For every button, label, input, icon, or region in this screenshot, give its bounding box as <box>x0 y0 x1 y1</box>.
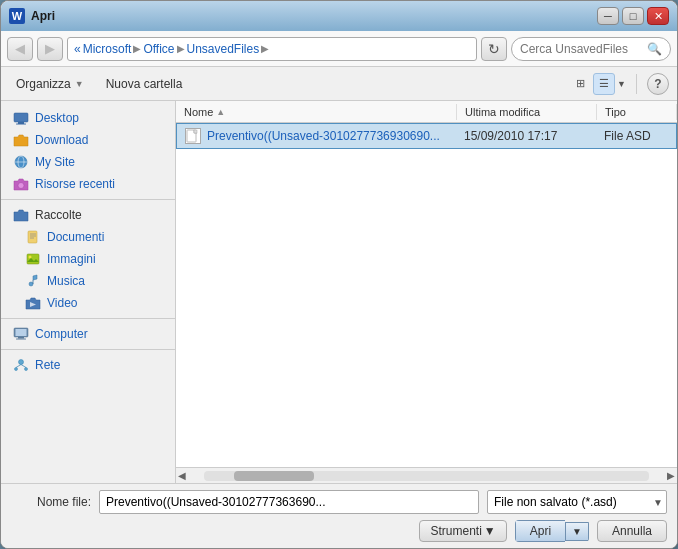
desktop-icon <box>13 110 29 126</box>
filetype-select-wrapper: File non salvato (*.asd) Tutti i file (*… <box>487 490 667 514</box>
main-content: Desktop Download My Si <box>1 101 677 483</box>
column-header-type[interactable]: Tipo <box>597 104 677 120</box>
view-large-icon-button[interactable]: ⊞ <box>569 73 591 95</box>
breadcrumb-microsoft[interactable]: Microsoft <box>83 42 132 56</box>
filename-label: Nome file: <box>11 495 91 509</box>
sidebar-item-mysite[interactable]: My Site <box>1 151 175 173</box>
sidebar-item-desktop[interactable]: Desktop <box>1 107 175 129</box>
svg-rect-19 <box>16 339 26 340</box>
back-button[interactable]: ◀ <box>7 37 33 61</box>
strumenti-button[interactable]: Strumenti ▼ <box>419 520 506 542</box>
filename-row: Nome file: File non salvato (*.asd) Tutt… <box>11 490 667 514</box>
file-list-body: Preventivo((Unsaved-3010277736930690... … <box>176 123 677 467</box>
refresh-button[interactable]: ↻ <box>481 37 507 61</box>
video-icon <box>25 295 41 311</box>
sidebar-label-computer: Computer <box>35 327 88 341</box>
sort-arrow: ▲ <box>216 107 225 117</box>
open-label: Apri <box>530 524 551 538</box>
open-dropdown-button[interactable]: ▼ <box>565 522 589 541</box>
sidebar-divider-2 <box>1 318 175 319</box>
word-icon: W <box>9 8 25 24</box>
new-folder-button[interactable]: Nuova cartella <box>99 74 190 94</box>
view-detail-button[interactable]: ☰ <box>593 73 615 95</box>
minimize-button[interactable]: ─ <box>597 7 619 25</box>
recent-icon <box>13 176 29 192</box>
svg-rect-2 <box>16 124 26 125</box>
hscroll-thumb[interactable] <box>234 471 314 481</box>
address-bar: ◀ ▶ « Microsoft ▶ Office ▶ UnsavedFiles … <box>1 31 677 67</box>
svg-line-24 <box>21 365 26 368</box>
column-header-name[interactable]: Nome ▲ <box>176 104 457 120</box>
sidebar-item-video[interactable]: Video <box>1 292 175 314</box>
svg-rect-7 <box>28 231 37 243</box>
svg-rect-17 <box>16 329 27 336</box>
organize-label: Organizza <box>16 77 71 91</box>
network-icon <box>13 357 29 373</box>
sidebar-item-recent[interactable]: Risorse recenti <box>1 173 175 195</box>
title-buttons: ─ □ ✕ <box>597 7 669 25</box>
dialog-title: Apri <box>31 9 55 23</box>
forward-button[interactable]: ▶ <box>37 37 63 61</box>
file-type-cell: File ASD <box>596 129 676 143</box>
sidebar-item-musica[interactable]: Musica <box>1 270 175 292</box>
open-button[interactable]: Apri <box>515 520 565 542</box>
title-bar: W Apri ─ □ ✕ <box>1 1 677 31</box>
hscroll-left-btn[interactable]: ◀ <box>176 470 188 481</box>
sidebar-item-computer[interactable]: Computer <box>1 323 175 345</box>
table-row[interactable]: Preventivo((Unsaved-3010277736930690... … <box>176 123 677 149</box>
horizontal-scrollbar[interactable]: ◀ ▶ <box>176 467 677 483</box>
hscroll-right-btn[interactable]: ▶ <box>665 470 677 481</box>
search-icon: 🔍 <box>647 42 662 56</box>
svg-rect-11 <box>27 254 39 264</box>
close-button[interactable]: ✕ <box>647 7 669 25</box>
column-header-date[interactable]: Ultima modifica <box>457 104 597 120</box>
organize-button[interactable]: Organizza ▼ <box>9 74 91 94</box>
file-date-cell: 15/09/2010 17:17 <box>456 129 596 143</box>
filename-input[interactable] <box>99 490 479 514</box>
sidebar-item-download[interactable]: Download <box>1 129 175 151</box>
file-list-header: Nome ▲ Ultima modifica Tipo <box>176 101 677 123</box>
dialog-apri: W Apri ─ □ ✕ ◀ ▶ « Microsoft ▶ Office ▶ … <box>0 0 678 549</box>
sidebar-divider-3 <box>1 349 175 350</box>
file-area: Nome ▲ Ultima modifica Tipo <box>176 101 677 483</box>
sidebar-item-network[interactable]: Rete <box>1 354 175 376</box>
file-name-cell: Preventivo((Unsaved-3010277736930690... <box>177 128 456 144</box>
help-icon: ? <box>654 77 661 91</box>
sidebar-divider-1 <box>1 199 175 200</box>
svg-point-21 <box>15 368 18 371</box>
help-button[interactable]: ? <box>647 73 669 95</box>
toolbar: Organizza ▼ Nuova cartella ⊞ ☰ ▼ ? <box>1 67 677 101</box>
sidebar-label-musica: Musica <box>47 274 85 288</box>
musica-icon <box>25 273 41 289</box>
svg-point-6 <box>18 183 24 189</box>
sidebar-item-immagini[interactable]: Immagini <box>1 248 175 270</box>
svg-point-22 <box>25 368 28 371</box>
sidebar: Desktop Download My Si <box>1 101 176 483</box>
view-dropdown-icon[interactable]: ▼ <box>617 79 626 89</box>
breadcrumb-unsaved[interactable]: UnsavedFiles <box>187 42 260 56</box>
cancel-button[interactable]: Annulla <box>597 520 667 542</box>
maximize-button[interactable]: □ <box>622 7 644 25</box>
filetype-select[interactable]: File non salvato (*.asd) Tutti i file (*… <box>487 490 667 514</box>
strumenti-dropdown-icon: ▼ <box>484 524 496 538</box>
search-input[interactable] <box>520 42 643 56</box>
sidebar-item-collections[interactable]: Raccolte <box>1 204 175 226</box>
open-button-group: Apri ▼ <box>515 520 589 542</box>
breadcrumb-separator: « <box>74 42 81 56</box>
search-box: 🔍 <box>511 37 671 61</box>
breadcrumb[interactable]: « Microsoft ▶ Office ▶ UnsavedFiles ▶ <box>67 37 477 61</box>
new-folder-label: Nuova cartella <box>106 77 183 91</box>
toolbar-divider <box>636 74 637 94</box>
forward-icon: ▶ <box>45 41 55 56</box>
sidebar-label-mysite: My Site <box>35 155 75 169</box>
strumenti-label: Strumenti <box>430 524 481 538</box>
mysite-icon <box>13 154 29 170</box>
svg-point-13 <box>29 282 33 286</box>
actions-row: Strumenti ▼ Apri ▼ Annulla <box>11 520 667 542</box>
title-bar-left: W Apri <box>9 8 55 24</box>
breadcrumb-office[interactable]: Office <box>143 42 174 56</box>
immagini-icon <box>25 251 41 267</box>
svg-point-20 <box>19 360 24 365</box>
open-dropdown-icon: ▼ <box>572 526 582 537</box>
sidebar-item-documenti[interactable]: Documenti <box>1 226 175 248</box>
